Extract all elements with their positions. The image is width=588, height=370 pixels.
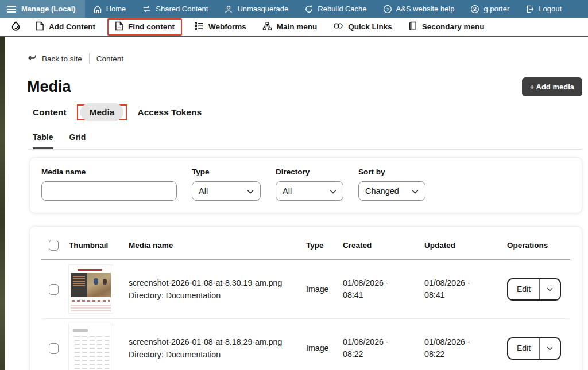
admin-toolbar: Manage (Local) Home Shared Content Unmas… — [0, 0, 588, 18]
table-row: screenshot-2026-01-08-at-8.18.29-am.png … — [41, 319, 570, 370]
view-tab-table[interactable]: Table — [33, 133, 53, 149]
edit-button[interactable]: Edit — [508, 279, 539, 299]
shortcut-item-label: Add Content — [49, 22, 95, 31]
shortcut-main-menu[interactable]: Main menu — [255, 18, 325, 36]
type-label: Type — [192, 168, 261, 176]
shortcut-quick-links[interactable]: Quick Links — [326, 19, 400, 34]
admin-bar-item-label: A&S website help — [396, 5, 455, 13]
breadcrumb-section: Content — [96, 54, 123, 63]
shortcut-find-content[interactable]: Find content — [107, 18, 182, 36]
created-cell: 01/08/2026 - 08:22 — [343, 336, 424, 361]
thumbnail-detail — [72, 336, 109, 369]
admin-bar-help[interactable]: ? A&S website help — [375, 0, 463, 18]
edit-split-button: Edit — [507, 337, 561, 360]
tab-media[interactable]: Media — [80, 103, 124, 121]
admin-bar-item-label: Logout — [539, 5, 562, 13]
manage-menu-button[interactable]: Manage (Local) — [0, 0, 85, 18]
edit-button[interactable]: Edit — [508, 338, 539, 359]
sort-by-select[interactable]: Changed — [358, 181, 425, 201]
thumbnail-detail — [71, 273, 111, 297]
media-file-name: screenshot-2026-01-08-at-8.30.19-am.png — [129, 278, 282, 287]
admin-bar-shared-content[interactable]: Shared Content — [134, 0, 216, 18]
shortcut-item-label: Quick Links — [348, 22, 392, 31]
table-row: screenshot-2026-01-08-at-8.30.19-am.png … — [41, 260, 570, 318]
header-type: Type — [306, 241, 343, 250]
chevron-down-icon — [412, 186, 419, 196]
manage-label: Manage (Local) — [21, 5, 76, 13]
page-heading-row: Media + Add media — [27, 77, 582, 96]
created-cell: 01/08/2026 - 08:41 — [343, 277, 424, 302]
header-created: Created — [343, 241, 424, 250]
primary-tabs: Content Media Access Tokens — [33, 104, 588, 120]
updated-cell: 01/08/2026 - 08:41 — [424, 277, 507, 302]
sort-by-select-value: Changed — [365, 186, 399, 196]
return-arrow-icon — [27, 53, 37, 64]
admin-bar-home[interactable]: Home — [85, 0, 134, 18]
breadcrumb: Back to site Content — [27, 53, 588, 64]
media-name-label: Media name — [41, 168, 177, 176]
breadcrumb-divider — [89, 53, 90, 64]
media-name-input[interactable] — [41, 181, 177, 201]
thumbnail-detail — [73, 329, 88, 332]
row-checkbox[interactable] — [49, 284, 59, 295]
shortcut-item-label: Webforms — [208, 22, 246, 31]
edit-dropdown-toggle[interactable] — [540, 279, 560, 299]
hamburger-icon — [7, 5, 16, 13]
operations-cell: Edit — [507, 337, 570, 360]
header-updated: Updated — [424, 241, 507, 250]
link-icon — [333, 22, 343, 32]
admin-bar-item-label: Unmasquerade — [237, 5, 288, 13]
drupal-drop-icon[interactable] — [5, 21, 27, 33]
filter-media-name: Media name — [41, 168, 177, 201]
tab-access-tokens[interactable]: Access Tokens — [137, 107, 202, 118]
share-icon — [142, 5, 152, 13]
media-thumbnail[interactable] — [69, 324, 113, 370]
page-title: Media — [27, 78, 71, 96]
thumbnail-detail — [78, 269, 102, 271]
mask-icon — [224, 5, 233, 14]
type-select[interactable]: All — [192, 181, 261, 201]
filter-directory: Directory All — [276, 168, 343, 201]
row-checkbox[interactable] — [49, 343, 59, 354]
admin-bar-item-label: Home — [106, 5, 126, 13]
shortcut-add-content[interactable]: Add Content — [28, 18, 103, 36]
admin-bar-logout[interactable]: Logout — [517, 0, 570, 18]
home-icon — [93, 5, 102, 14]
admin-bar-item-label: g.porter — [483, 5, 509, 13]
sort-by-label: Sort by — [358, 168, 425, 176]
svg-text:?: ? — [386, 7, 389, 12]
edit-dropdown-toggle[interactable] — [540, 338, 560, 359]
admin-bar-rebuild-cache[interactable]: Rebuild Cache — [296, 0, 374, 18]
directory-select[interactable]: All — [276, 181, 343, 201]
chevron-down-icon — [330, 186, 336, 196]
document-icon — [36, 21, 44, 33]
shortcut-toolbar: Add Content Find content Webforms Main m… — [0, 18, 588, 37]
chevron-down-icon — [247, 186, 254, 196]
back-to-site-label: Back to site — [42, 54, 82, 63]
media-name-cell: screenshot-2026-01-08-at-8.30.19-am.png … — [129, 276, 306, 302]
admin-bar-user[interactable]: g.porter — [462, 0, 517, 18]
shortcut-webforms[interactable]: Webforms — [187, 18, 254, 36]
view-tab-grid[interactable]: Grid — [69, 133, 86, 149]
tab-content[interactable]: Content — [33, 107, 67, 118]
directory-select-value: All — [283, 186, 292, 196]
add-media-button[interactable]: + Add media — [522, 77, 582, 96]
admin-bar-unmasquerade[interactable]: Unmasquerade — [216, 0, 296, 18]
operations-cell: Edit — [507, 278, 570, 301]
shortcut-secondary-menu[interactable]: Secondary menu — [401, 18, 492, 36]
shortcut-item-label: Main menu — [277, 22, 318, 31]
back-to-site-link[interactable]: Back to site — [27, 53, 82, 64]
media-file-name: screenshot-2026-01-08-at-8.18.29-am.png — [129, 337, 282, 346]
filter-type: Type All — [192, 168, 261, 201]
thumbnail-detail — [71, 304, 111, 311]
help-icon: ? — [383, 5, 392, 14]
logout-icon — [525, 5, 535, 14]
thumbnail-detail — [72, 300, 110, 302]
header-operations: Operations — [507, 241, 570, 250]
select-all-checkbox[interactable] — [49, 240, 59, 251]
media-thumbnail[interactable] — [69, 265, 113, 313]
header-thumbnail: Thumbnail — [69, 241, 129, 250]
media-directory: Directory: Documentation — [129, 291, 220, 300]
media-type-cell: Image — [306, 344, 343, 353]
filter-sort: Sort by Changed — [358, 168, 425, 201]
